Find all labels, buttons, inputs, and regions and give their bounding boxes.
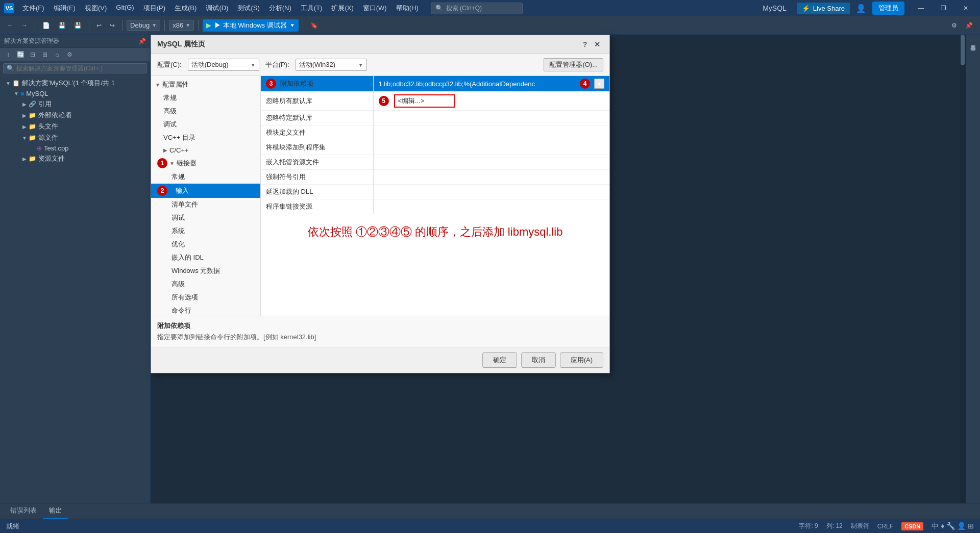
prop-debug[interactable]: 调试 (151, 118, 260, 131)
prop-system[interactable]: 系统 (151, 224, 260, 238)
table-row[interactable]: 模块定义文件 (261, 125, 609, 140)
bookmark-button[interactable]: 🔖 (307, 20, 321, 31)
prop-manifest[interactable]: 清单文件 (151, 198, 260, 211)
tree-source-files[interactable]: ▼ 📁 源文件 (0, 132, 150, 143)
prop-advanced[interactable]: 高级 (151, 105, 260, 118)
sidebar-search-input[interactable] (16, 65, 143, 72)
menu-git[interactable]: Git(G) (112, 2, 138, 15)
table-row[interactable]: 忽略特定默认库 (261, 111, 609, 125)
table-row[interactable]: 忽略所有默认库 5 <编辑...> (261, 92, 609, 111)
cancel-button[interactable]: 取消 (521, 352, 556, 368)
menu-tools[interactable]: 工具(T) (297, 2, 327, 15)
prop-linker-general[interactable]: 常规 (151, 170, 260, 184)
save-button[interactable]: 💾 (55, 20, 69, 31)
config-dropdown[interactable]: 活动(Debug) ▼ (188, 59, 259, 71)
back-button[interactable]: ← (4, 20, 16, 31)
dep-badge-4: 4 (580, 79, 590, 89)
close-button[interactable]: ✕ (955, 1, 976, 15)
dialog-close-button[interactable]: ✕ (591, 38, 603, 50)
tree-references[interactable]: ▶ 🔗 引用 (0, 98, 150, 110)
menu-extensions[interactable]: 扩展(X) (327, 2, 357, 15)
table-row[interactable]: 程序集链接资源 (261, 199, 609, 214)
prop-all-options[interactable]: 所有选项 (151, 291, 260, 304)
config-manager-button[interactable]: 配置管理器(O)... (544, 58, 603, 71)
tree-test-cpp[interactable]: ⊕ Test.cpp (0, 143, 150, 153)
cpp-label: C/C++ (169, 146, 189, 154)
new-file-button[interactable]: 📄 (39, 20, 53, 31)
prop-optimize[interactable]: 优化 (151, 238, 260, 251)
prop-embedded-idl[interactable]: 嵌入的 IDL (151, 251, 260, 264)
scrollbar-track[interactable] (960, 35, 966, 503)
prop-linker-input[interactable]: 2 输入 (151, 184, 260, 198)
tree-mysql[interactable]: ▼ ■ MySQL (0, 89, 150, 98)
tab-output[interactable]: 输出 (43, 503, 68, 519)
sidebar-search[interactable]: 🔍 (3, 63, 147, 73)
scrollbar-thumb[interactable] (961, 35, 965, 65)
platform-dropdown[interactable]: 活动(Win32) ▼ (296, 59, 367, 71)
tree-solution[interactable]: ▼ 📋 解决方案'MySQL'(1 个项目/共 1 (0, 78, 150, 89)
prop-linker[interactable]: 1 ▼ 链接器 (151, 156, 260, 170)
table-row[interactable]: 延迟加载的 DLL (261, 185, 609, 199)
redo-button[interactable]: ↪ (107, 20, 118, 31)
tab-error-list[interactable]: 错误列表 (4, 503, 43, 519)
menu-debug[interactable]: 调试(D) (202, 2, 232, 15)
refresh-btn[interactable]: 🔄 (15, 49, 26, 60)
minimize-button[interactable]: — (911, 1, 931, 15)
menu-window[interactable]: 窗口(W) (359, 2, 391, 15)
add-dep-name: 附加依赖项 (280, 80, 313, 87)
forward-button[interactable]: → (18, 20, 31, 31)
menu-analyze[interactable]: 分析(N) (265, 2, 296, 15)
config-label: 配置(C): (157, 60, 182, 69)
pin-button[interactable]: 📌 (962, 20, 976, 31)
settings-button[interactable]: ⚙ (948, 20, 960, 31)
ext-arrow: ▶ (20, 113, 29, 118)
tree-resource-files[interactable]: ▶ 📁 资源文件 (0, 153, 150, 164)
debug-config-dropdown[interactable]: Debug ▼ (127, 20, 160, 31)
restore-button[interactable]: ❐ (933, 1, 953, 15)
menu-project[interactable]: 项目(P) (139, 2, 169, 15)
prop-config-properties[interactable]: ▼ 配置属性 (151, 78, 260, 91)
run-dropdown[interactable]: ▶ ▶ 本地 Windows 调试器 ▼ (203, 19, 298, 32)
server-explorer-btn[interactable]: 服务器 (967, 39, 979, 43)
menu-file[interactable]: 文件(F) (18, 2, 48, 15)
dialog-help-button[interactable]: ? (579, 38, 591, 50)
live-share-button[interactable]: ⚡ Live Share (797, 3, 850, 14)
dep-dropdown-button[interactable]: ▼ (594, 79, 604, 89)
table-row[interactable]: 嵌入托管资源文件 (261, 155, 609, 170)
title-search[interactable]: 🔍 搜索 (Ctrl+Q) (431, 3, 523, 14)
collapse-btn[interactable]: ⊟ (28, 49, 38, 60)
tree-header-files[interactable]: ▶ 📁 头文件 (0, 121, 150, 132)
menu-edit[interactable]: 编辑(E) (50, 2, 80, 15)
menu-build[interactable]: 生成(B) (170, 2, 201, 15)
sidebar-pin-icon[interactable]: 📌 (138, 38, 146, 45)
table-row[interactable]: 将模块添加到程序集 (261, 140, 609, 155)
mysql-arrow: ▼ (12, 91, 20, 96)
table-row[interactable]: 3 附加依赖项 1.lib;odbc32.lib;odbccp32.lib;%(… (261, 76, 609, 92)
prop-general[interactable]: 常规 (151, 91, 260, 105)
tree-external-deps[interactable]: ▶ 📁 外部依赖项 (0, 110, 150, 121)
prop-vc-dirs[interactable]: VC++ 目录 (151, 131, 260, 144)
sync-btn[interactable]: ↕ (3, 49, 13, 60)
apply-button[interactable]: 应用(A) (560, 352, 603, 368)
menu-view[interactable]: 视图(V) (81, 2, 111, 15)
prop-cmdline[interactable]: 命令行 (151, 304, 260, 316)
prop-cpp[interactable]: ▶ C/C++ (151, 144, 260, 156)
table-row[interactable]: 强制符号引用 (261, 170, 609, 185)
delay-load-value (373, 185, 609, 199)
dialog-title-bar: MySQL 属性页 ? ✕ (151, 35, 609, 54)
status-icons: 中 ♦ 🔧 👤 ⊞ (932, 522, 974, 531)
ok-button[interactable]: 确定 (482, 352, 517, 368)
admin-button[interactable]: 管理员 (872, 2, 904, 15)
undo-button[interactable]: ↩ (93, 20, 105, 31)
menu-test[interactable]: 测试(S) (233, 2, 263, 15)
prop-linker-advanced[interactable]: 高级 (151, 277, 260, 291)
home-btn[interactable]: ⌂ (52, 49, 62, 60)
arch-dropdown[interactable]: x86 ▼ (169, 20, 194, 31)
menu-help[interactable]: 帮助(H) (392, 2, 423, 15)
save-all-button[interactable]: 💾 (71, 20, 85, 31)
inline-edit-box[interactable]: <编辑...> (394, 94, 455, 108)
filter-btn[interactable]: ⊞ (40, 49, 50, 60)
settings-icon[interactable]: ⚙ (64, 49, 75, 60)
prop-win-metadata[interactable]: Windows 元数据 (151, 264, 260, 277)
prop-linker-debug[interactable]: 调试 (151, 211, 260, 224)
